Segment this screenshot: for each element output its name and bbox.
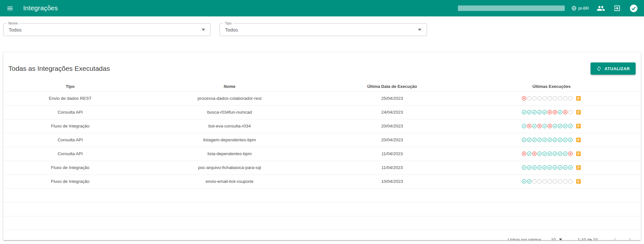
execution-success-icon — [542, 124, 547, 128]
execution-success-icon — [542, 151, 547, 156]
execution-success-icon — [553, 124, 557, 128]
execution-success-icon — [568, 124, 573, 128]
execution-empty-icon — [542, 179, 547, 184]
execution-error-icon — [527, 124, 532, 128]
execution-success-icon — [522, 124, 526, 128]
execution-error-icon — [563, 110, 568, 115]
execution-success-icon — [537, 110, 542, 115]
pagination-bar: Linhas por página: 10 1-10 de 10 — [3, 230, 641, 240]
execution-log-icon[interactable] — [575, 178, 582, 184]
execution-empty-icon — [558, 179, 563, 184]
menu-icon[interactable] — [6, 5, 14, 12]
execution-success-icon — [542, 110, 547, 115]
pagination-range-label: 1-10 de 10 — [578, 237, 598, 240]
page-title: Integrações — [23, 5, 58, 12]
execution-log-icon[interactable] — [575, 95, 582, 101]
execution-success-icon — [527, 151, 532, 156]
globe-icon — [571, 5, 577, 11]
execution-empty-icon — [553, 179, 557, 184]
locale-switcher[interactable]: pt-BR — [571, 5, 589, 11]
search-input[interactable] — [458, 5, 565, 11]
cell-tipo: Consulta API — [3, 151, 137, 156]
cell-nome: lista-dependentes-bpm — [137, 151, 322, 156]
execution-log-icon[interactable] — [575, 164, 582, 171]
column-header-nome: Nome — [137, 84, 322, 89]
execution-success-icon — [532, 124, 537, 128]
execution-error-icon — [547, 110, 552, 115]
chevron-down-icon — [202, 29, 205, 31]
user-status-check-icon[interactable] — [629, 4, 638, 13]
filters-bar: Nome Todos Tipo Todos — [0, 16, 644, 36]
cell-ultima-data: 10/04/2023 — [322, 179, 462, 184]
execution-success-icon — [553, 165, 557, 170]
execution-success-icon — [527, 110, 532, 115]
column-header-tipo: Tipo — [3, 84, 137, 89]
caret-down-icon — [559, 239, 562, 240]
execution-success-icon — [558, 124, 563, 128]
filter-nome-select[interactable]: Nome Todos — [3, 23, 211, 36]
cell-tipo: Consulta API — [3, 137, 137, 142]
execution-empty-icon — [563, 96, 568, 101]
chevron-right-icon[interactable] — [626, 236, 634, 240]
cell-ultimas-execucoes — [462, 164, 641, 171]
cell-tipo: Consulta API — [3, 110, 137, 115]
execution-success-icon — [563, 151, 568, 156]
table-row: Fluxo de Integração poc-arquivo-fichabas… — [3, 161, 641, 175]
table-row-empty — [3, 189, 641, 202]
app-bar: Integrações pt-BR — [0, 0, 644, 16]
chevron-left-icon[interactable] — [611, 236, 619, 240]
execution-success-icon — [563, 165, 568, 170]
execution-success-icon — [527, 179, 532, 184]
execution-log-icon[interactable] — [575, 109, 582, 115]
cell-ultimas-execucoes — [462, 137, 641, 143]
table-row: Consulta API lista-dependentes-bpm 11/04… — [3, 147, 641, 161]
cell-nome: envio-email-bot-xsuporte — [137, 179, 322, 184]
execution-empty-icon — [558, 96, 563, 101]
execution-success-icon — [522, 137, 526, 142]
execution-log-icon[interactable] — [575, 123, 582, 129]
execution-success-icon — [532, 110, 537, 115]
execution-error-icon — [547, 124, 552, 128]
execution-success-icon — [558, 165, 563, 170]
execution-success-icon — [553, 151, 557, 156]
cell-ultima-data: 20/04/2023 — [322, 137, 462, 142]
execution-empty-icon — [547, 96, 552, 101]
filter-tipo-select[interactable]: Tipo Todos — [220, 23, 427, 36]
execution-success-icon — [527, 165, 532, 170]
execution-success-icon — [553, 137, 557, 142]
cell-ultima-data: 11/04/2023 — [322, 151, 462, 156]
filter-nome-value: Todos — [9, 27, 22, 33]
execution-error-icon — [522, 96, 526, 101]
exit-to-app-icon[interactable] — [613, 5, 621, 12]
column-header-ultima-data: Última Data de Execução — [322, 84, 462, 89]
refresh-button[interactable]: ATUALIZAR — [591, 62, 636, 75]
card-header: Todas as Integrações Executadas ATUALIZA… — [3, 52, 641, 81]
execution-success-icon — [558, 137, 563, 142]
execution-success-icon — [537, 151, 542, 156]
execution-empty-icon — [568, 110, 573, 115]
table-row: Consulta API busca-r034fun-numcad 24/04/… — [3, 106, 641, 119]
execution-empty-icon — [537, 96, 542, 101]
cell-tipo: Fluxo de Integração — [3, 165, 137, 170]
cell-nome: processa-dados-colaborador-rest — [137, 96, 322, 101]
execution-error-icon — [522, 151, 526, 156]
table-body: Envio de dados REST processa-dados-colab… — [3, 92, 641, 230]
execution-success-icon — [547, 165, 552, 170]
people-icon[interactable] — [597, 4, 605, 13]
execution-success-icon — [522, 179, 526, 184]
rows-per-page-select[interactable]: 10 — [550, 236, 563, 240]
execution-log-icon[interactable] — [575, 151, 582, 157]
rows-per-page-label: Linhas por página: — [507, 237, 542, 240]
cell-tipo: Envio de dados REST — [3, 96, 137, 101]
pager-controls — [611, 236, 634, 240]
cell-nome: busca-r034fun-numcad — [137, 110, 322, 115]
execution-error-icon — [553, 110, 557, 115]
execution-error-icon — [537, 124, 542, 128]
execution-log-icon[interactable] — [575, 137, 582, 143]
execution-empty-icon — [568, 179, 573, 184]
chevron-down-icon — [418, 29, 421, 31]
cell-ultimas-execucoes — [462, 151, 641, 157]
column-header-ultimas-execucoes: Últimas Execuções — [462, 84, 641, 89]
cell-ultima-data: 25/04/2023 — [322, 96, 462, 101]
cell-ultima-data: 11/04/2023 — [322, 165, 462, 170]
